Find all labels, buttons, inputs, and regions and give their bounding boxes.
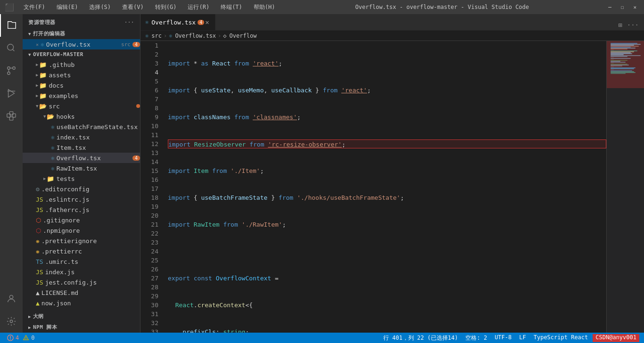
split-editor-button[interactable]: ⊞ xyxy=(617,20,623,30)
editorconfig-file: .editorconfig xyxy=(41,186,140,193)
tree-item-docs[interactable]: ▶ 📁 docs xyxy=(23,80,140,90)
svg-point-1 xyxy=(8,67,10,70)
tree-item-assets[interactable]: ▶ 📁 assets xyxy=(23,70,140,80)
npm-section[interactable]: ▶ NPM 脚本 xyxy=(23,322,140,333)
umirc-file: .umirc.ts xyxy=(45,258,140,265)
tree-item-gitignore[interactable]: ⬡ .gitignore xyxy=(23,215,140,225)
menu-file[interactable]: 文件(F) xyxy=(20,2,49,12)
menu-edit[interactable]: 编辑(E) xyxy=(53,2,82,12)
minimap[interactable] xyxy=(606,41,644,333)
tab-close-button[interactable]: ✕ xyxy=(204,17,210,27)
menu-view[interactable]: 查看(V) xyxy=(118,2,148,12)
project-section[interactable]: ▼ OVERFLOW-MASTER xyxy=(23,49,140,59)
tree-item-github[interactable]: ▶ 📁 .github xyxy=(23,59,140,70)
menu-run[interactable]: 运行(R) xyxy=(184,2,213,12)
tree-item-fatherrc[interactable]: JS .fatherrc.js xyxy=(23,204,140,215)
editor-area: ⚛ Overflow.tsx 4 ✕ ⊞ ··· ⚛ src › ⚛ Overf… xyxy=(140,14,644,333)
sidebar-more-icon[interactable]: ··· xyxy=(124,19,134,25)
tree-item-index-js[interactable]: JS index.js xyxy=(23,267,140,277)
open-file-overflow[interactable]: ✕ ⚛ Overflow.tsx src 4 xyxy=(23,39,140,49)
tree-item-src[interactable]: ▼ 📂 src xyxy=(23,101,140,111)
activity-search[interactable] xyxy=(0,37,23,59)
open-editors-arrow: ▼ xyxy=(28,32,31,36)
maximize-button[interactable]: ☐ xyxy=(618,3,627,11)
hooks-folder: hooks xyxy=(56,113,140,120)
tree-item-prettierrc[interactable]: ❋ .prettierrc xyxy=(23,246,140,256)
collapsed-arrow: ▶ xyxy=(36,62,38,67)
src-dot-badge xyxy=(136,104,140,108)
ln-28: 28 xyxy=(140,283,158,292)
ln-21: 21 xyxy=(140,220,158,229)
gitignore-file: .gitignore xyxy=(43,217,140,224)
tree-item-jest[interactable]: JS jest.config.js xyxy=(23,277,140,287)
ml33 xyxy=(611,73,626,74)
open-editors-label: 打开的编辑器 xyxy=(33,30,66,37)
minimap-content xyxy=(607,41,644,333)
tree-item-usebatch[interactable]: ⚛ useBatchFrameState.tsx xyxy=(23,122,140,132)
sidebar-title: 资源管理器 xyxy=(28,19,56,26)
examples-folder: examples xyxy=(49,92,140,99)
status-errors[interactable]: 4 0 xyxy=(5,335,37,341)
ln-3: 3 xyxy=(140,59,158,68)
breadcrumb-file[interactable]: ⚛ Overflow.tsx xyxy=(169,33,216,39)
minimize-button[interactable]: ─ xyxy=(605,3,614,11)
tree-item-prettierignore[interactable]: ❋ .prettierignore xyxy=(23,236,140,246)
ln-10: 10 xyxy=(140,122,158,131)
tree-item-nowjson[interactable]: ▲ now.json xyxy=(23,298,140,308)
ml17 xyxy=(611,58,631,59)
outline-section[interactable]: ▶ 大纲 xyxy=(23,311,140,322)
activity-debug[interactable] xyxy=(0,82,23,105)
rawitem-tsx-file: RawItem.tsx xyxy=(57,165,140,172)
tree-item-item-tsx[interactable]: ⚛ Item.tsx xyxy=(23,142,140,153)
status-line-ending[interactable]: LF xyxy=(516,334,528,342)
tree-item-umirc[interactable]: TS .umirc.ts xyxy=(23,256,140,267)
tree-item-tests[interactable]: ▶ 📁 tests xyxy=(23,173,140,184)
svg-point-10 xyxy=(9,295,13,299)
activity-extensions[interactable] xyxy=(0,105,23,127)
activity-settings[interactable] xyxy=(0,310,23,333)
tree-item-editorconfig[interactable]: ⚙ .editorconfig xyxy=(23,184,140,194)
breadcrumb-symbol[interactable]: ◇ Overflow xyxy=(223,33,256,39)
menu-help[interactable]: 帮助(H) xyxy=(250,2,279,12)
tree-item-hooks[interactable]: ▼ 📂 hooks xyxy=(23,111,140,122)
fatherrc-file: .fatherrc.js xyxy=(45,206,140,213)
menu-select[interactable]: 选择(S) xyxy=(85,2,115,12)
index-tsx-file: index.tsx xyxy=(57,134,140,141)
tab-overflow-tsx[interactable]: ⚛ Overflow.tsx 4 ✕ xyxy=(140,14,215,30)
tree-item-examples[interactable]: ▶ 📁 examples xyxy=(23,90,140,101)
breadcrumb-src[interactable]: ⚛ src xyxy=(145,33,162,39)
code-line-1: import * as React from 'react'; xyxy=(168,59,606,68)
activity-account[interactable] xyxy=(0,287,23,310)
file-tree: ▶ 📁 .github ▶ 📁 assets ▶ 📁 docs ▶ xyxy=(23,59,140,311)
tree-item-rawitem[interactable]: ⚛ RawItem.tsx xyxy=(23,163,140,173)
status-encoding[interactable]: UTF-8 xyxy=(492,334,514,342)
tree-item-license[interactable]: ▲ LICENSE.md xyxy=(23,287,140,298)
menu-terminal[interactable]: 终端(T) xyxy=(217,2,246,12)
src-folder: src xyxy=(49,103,134,110)
open-editors-section[interactable]: ▼ 打开的编辑器 xyxy=(23,28,140,39)
ln-11: 11 xyxy=(140,131,158,139)
activity-explorer[interactable] xyxy=(0,14,23,37)
status-source[interactable]: CSDN@anyv001 xyxy=(593,334,639,342)
ln-23: 23 xyxy=(140,238,158,247)
titlebar-left: ⬛ 文件(F) 编辑(E) 选择(S) 查看(V) 转到(G) 运行(R) 终端… xyxy=(5,2,279,12)
breadcrumb-file-label: Overflow.tsx xyxy=(175,33,216,39)
status-position[interactable]: 行 401，列 22 (已选择14) xyxy=(380,334,461,342)
js-icon: JS xyxy=(36,206,43,213)
tree-item-eslintrc[interactable]: JS .eslintrc.js xyxy=(23,194,140,204)
activity-git[interactable] xyxy=(0,59,23,82)
close-icon[interactable]: ✕ xyxy=(36,42,39,47)
open-file-path: src xyxy=(121,41,131,48)
status-spaces[interactable]: 空格: 2 xyxy=(462,334,490,342)
menu-goto[interactable]: 转到(G) xyxy=(151,2,181,12)
tsx-file-icon: ⚛ xyxy=(51,123,55,131)
file-icon: ⚛ xyxy=(169,33,172,39)
tree-item-npmignore[interactable]: ⬡ .npmignore xyxy=(23,225,140,236)
tree-item-index-tsx[interactable]: ⚛ index.tsx xyxy=(23,132,140,142)
close-button[interactable]: ✕ xyxy=(630,3,639,11)
tree-item-overflow-tsx[interactable]: ⚛ Overflow.tsx 4 xyxy=(23,153,140,163)
more-actions-button[interactable]: ··· xyxy=(626,20,640,30)
status-language[interactable]: TypeScript React xyxy=(531,334,591,342)
code-editor[interactable]: import * as React from 'react'; import {… xyxy=(164,41,606,333)
breadcrumb: ⚛ src › ⚛ Overflow.tsx › ◇ Overflow xyxy=(140,31,644,41)
